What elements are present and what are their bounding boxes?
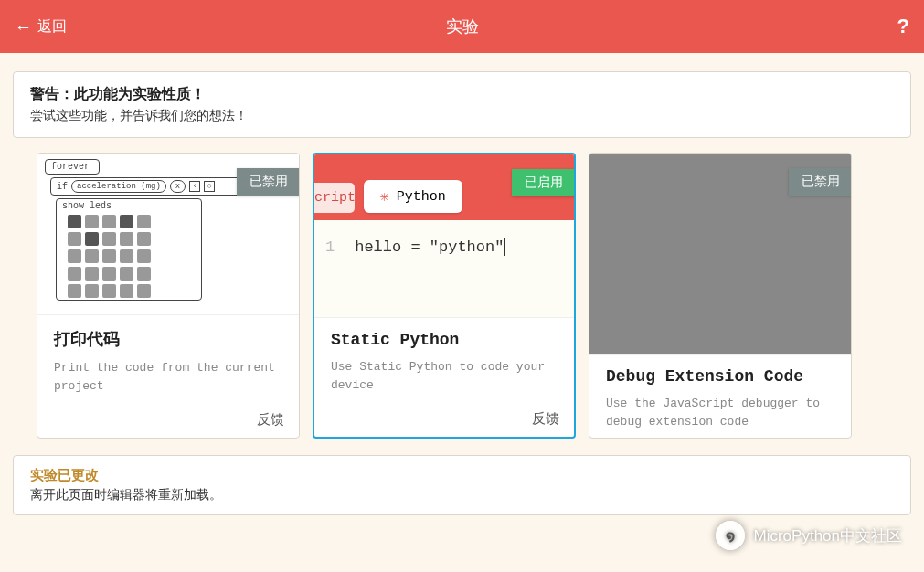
experiments-row: 已禁用 forever if acceleration (mg) x ‹ ○ s… <box>0 153 924 439</box>
card-description: Use Static Python to code your device <box>331 358 558 394</box>
arrow-left-icon: ← <box>15 18 32 36</box>
status-badge: 已禁用 <box>789 168 852 196</box>
code-line: hello = "python" <box>355 238 505 256</box>
python-icon: ✳ <box>380 187 389 206</box>
changed-title: 实验已更改 <box>30 467 894 484</box>
experiment-card-debug-extension[interactable]: 已禁用 Debug Extension Code Use the JavaScr… <box>589 153 852 439</box>
changed-banner: 实验已更改 离开此页面时编辑器将重新加载。 <box>13 455 911 515</box>
card-description: Print the code from the current project <box>54 359 282 395</box>
card-title: 打印代码 <box>54 328 282 350</box>
wechat-icon: ໑ <box>716 521 745 550</box>
feedback-link[interactable]: 反馈 <box>314 401 574 437</box>
status-badge: 已禁用 <box>237 168 300 196</box>
led-grid-icon <box>68 215 196 298</box>
card-description: Use the JavaScript debugger to debug ext… <box>606 395 834 430</box>
circle-icon: ○ <box>204 181 215 192</box>
tab-fragment: cript <box>314 183 355 213</box>
python-tab: ✳ Python <box>364 180 462 213</box>
experiment-card-print-code[interactable]: 已禁用 forever if acceleration (mg) x ‹ ○ s… <box>37 153 300 439</box>
warning-banner: 警告：此功能为实验性质！ 尝试这些功能，并告诉我们您的想法！ <box>13 71 911 138</box>
block-forever: forever <box>45 159 100 175</box>
feedback-link[interactable]: 反馈 <box>37 402 299 438</box>
card-title: Static Python <box>331 331 558 349</box>
back-button[interactable]: ← 返回 <box>15 17 67 37</box>
watermark-text: MicroPython中文社区 <box>754 525 902 546</box>
back-label: 返回 <box>37 17 67 37</box>
watermark: ໑ MicroPython中文社区 <box>716 521 902 550</box>
block-show-leds: show leds <box>56 198 202 301</box>
line-number: 1 <box>325 238 335 256</box>
warning-text: 尝试这些功能，并告诉我们您的想法！ <box>30 108 894 124</box>
changed-text: 离开此页面时编辑器将重新加载。 <box>30 487 894 503</box>
status-badge: 已启用 <box>512 169 576 196</box>
chevron-left-icon: ‹ <box>189 181 200 192</box>
page-title: 实验 <box>446 16 479 37</box>
warning-title: 警告：此功能为实验性质！ <box>30 85 894 104</box>
help-button[interactable]: ? <box>897 15 909 38</box>
card-title: Debug Extension Code <box>606 367 834 386</box>
header-bar: ← 返回 实验 ? <box>0 0 924 53</box>
experiment-card-static-python[interactable]: 已启用 cript ✳ Python 1hello = "python" Sta… <box>313 153 576 439</box>
